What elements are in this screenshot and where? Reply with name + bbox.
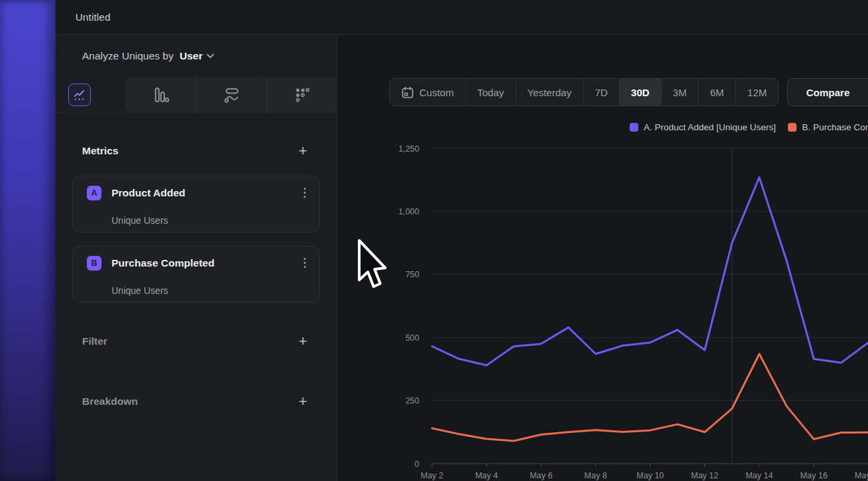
range-custom[interactable]: Custom [390,79,465,106]
y-tick-label: 0 [415,460,419,469]
legend-item[interactable]: B. Purchase Completed [Unique Users] [788,122,868,132]
metrics-section-header: Metrics + [55,141,337,161]
range-today[interactable]: Today [465,79,515,106]
top-bar: Untitled [55,0,868,35]
metric-card-b[interactable]: B Purchase Completed Unique Users [72,246,320,303]
metric-row: B Purchase Completed [87,255,308,271]
x-tick-label: May 2 [421,471,443,480]
legend-swatch [788,123,797,132]
chart-legend: A. Product Added [Unique Users]B. Purcha… [630,122,868,132]
bar-chart-icon [152,86,170,104]
range-7d[interactable]: 7D [583,79,619,106]
chart-type-tab-group [126,77,337,113]
flow-icon [223,86,240,104]
x-tick-label: May 8 [584,471,607,480]
date-range-segmented-control: CustomTodayYesterday7D30D3M6M12M [389,78,779,106]
breakdown-section-header: Breakdown + [55,392,337,411]
tab-line-chart[interactable] [68,84,91,106]
metric-badge-a: A [87,186,101,200]
add-filter-button[interactable]: + [298,334,307,349]
chevron-down-icon [206,53,214,59]
x-tick-label: May 12 [691,471,718,480]
screenshot-root: { "window": { "title": "Untitled" }, "si… [0,0,868,481]
legend-item[interactable]: A. Product Added [Unique Users] [630,122,776,132]
compare-button[interactable]: Compare [787,78,868,106]
legend-label: A. Product Added [Unique Users] [644,122,776,132]
app-window: Untitled Analyze Uniques by User [55,0,868,481]
x-tick-label: May 18 [855,471,868,480]
chart-panel: CustomTodayYesterday7D30D3M6M12M Compare… [337,35,868,481]
series-line-b [432,354,868,441]
metrics-title: Metrics [82,145,118,157]
legend-swatch [630,123,638,132]
range-label: Yesterday [527,87,572,98]
y-tick-label: 500 [405,333,419,343]
date-range-toolbar: CustomTodayYesterday7D30D3M6M12M Compare [389,78,868,106]
filter-section-header: Filter + [55,332,337,351]
add-metric-button[interactable]: + [298,144,307,158]
grid-dots-icon [294,86,311,104]
metric-measurement[interactable]: Unique Users [112,215,168,226]
line-chart-icon [73,88,86,102]
tab-flow[interactable] [196,77,266,113]
series-line-a [432,177,868,365]
analyze-by-dropdown[interactable]: User [180,50,214,62]
y-tick-label: 250 [405,396,419,406]
chart: 02505007501,0001,250May 2May 4May 6May 8… [337,140,868,481]
metric-measurement[interactable]: Unique Users [112,285,168,296]
metric-row: A Product Added [87,185,308,200]
x-tick-label: May 6 [529,471,552,480]
range-label: 3M [673,87,687,98]
range-3m[interactable]: 3M [661,79,698,106]
metric-card-a[interactable]: A Product Added Unique Users [72,176,320,232]
range-label: Custom [419,87,454,98]
chart-type-tabs [55,77,337,113]
x-tick-label: May 10 [636,471,664,480]
analyze-by-value: User [180,50,202,62]
x-tick-label: May 4 [475,471,498,480]
analyze-label: Analyze Uniques by [82,50,174,62]
metric-name: Product Added [112,187,301,199]
kebab-menu-icon[interactable] [301,185,308,200]
tab-bar-chart[interactable] [126,77,196,113]
range-label: 30D [631,87,650,98]
calendar-icon [401,86,414,99]
y-tick-label: 1,250 [399,144,419,154]
legend-label: B. Purchase Completed [Unique Users] [802,122,868,132]
range-30d[interactable]: 30D [619,79,661,106]
range-yesterday[interactable]: Yesterday [515,79,583,106]
range-label: 7D [595,87,608,98]
y-tick-label: 1,000 [399,207,419,216]
add-breakdown-button[interactable]: + [298,394,307,409]
kebab-menu-icon[interactable] [301,255,308,271]
range-label: 6M [710,87,724,98]
filter-title: Filter [82,335,107,347]
analyze-row: Analyze Uniques by User [55,35,337,77]
range-12m[interactable]: 12M [735,79,778,106]
report-title: Untitled [75,11,110,23]
tab-retention-grid[interactable] [266,77,337,113]
metric-badge-b: B [87,256,101,271]
range-label: Today [477,87,504,98]
metric-name: Purchase Completed [112,257,301,269]
y-tick-label: 750 [405,270,419,279]
background-gradient-strip [0,0,55,481]
x-tick-label: May 14 [746,471,773,480]
x-tick-label: May 16 [800,471,827,480]
range-label: 12M [747,87,767,98]
query-sidebar: Analyze Uniques by User [55,35,337,481]
breakdown-title: Breakdown [82,395,138,408]
range-6m[interactable]: 6M [698,79,735,106]
